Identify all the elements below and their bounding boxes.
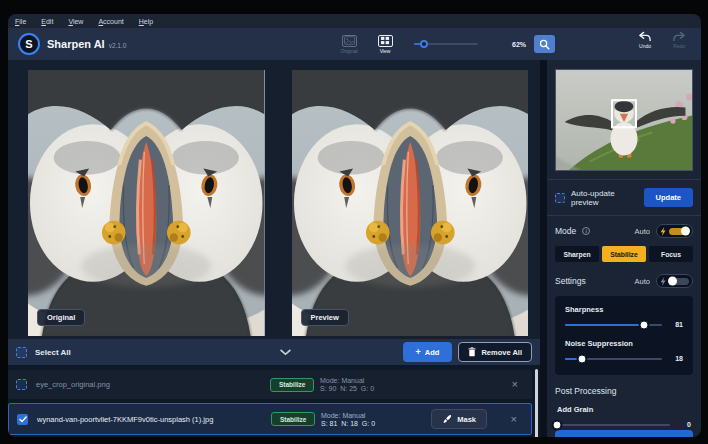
title-wrap: Sharpen AI v2.1.0 bbox=[47, 38, 126, 50]
magnifier-icon bbox=[539, 39, 550, 50]
comparison-viewer: Original Preview bbox=[8, 60, 540, 336]
split-view-label: View bbox=[380, 48, 391, 54]
row-mode: Mode: Manual bbox=[320, 377, 374, 384]
preview-puffin-image bbox=[292, 70, 529, 336]
mask-button[interactable]: Mask bbox=[431, 409, 487, 429]
row-checkbox[interactable] bbox=[16, 379, 27, 390]
menu-account[interactable]: Account bbox=[98, 18, 123, 25]
remove-all-button[interactable]: Remove All bbox=[458, 342, 532, 362]
trash-icon bbox=[468, 347, 476, 357]
table-row-selected[interactable]: wynand-van-poortvliet-7KKMF9v0tic-unspla… bbox=[8, 403, 532, 435]
redo-icon bbox=[672, 31, 686, 42]
update-button[interactable]: Update bbox=[644, 188, 693, 207]
noise-suppression-value: 18 bbox=[670, 355, 683, 362]
select-all-checkbox[interactable] bbox=[16, 347, 27, 358]
auto-update-label: Auto-update preview bbox=[571, 189, 638, 207]
view-toolbar: Original View 62% bbox=[336, 28, 555, 60]
slider-handle[interactable] bbox=[639, 320, 648, 329]
post-processing-label: Post Processing bbox=[555, 386, 693, 396]
plus-icon: + bbox=[416, 348, 421, 357]
undo-button[interactable]: Undo bbox=[633, 31, 657, 49]
file-queue-list: eye_crop_original.png Stabilize Mode: Ma… bbox=[8, 365, 540, 437]
collapse-queue-button[interactable] bbox=[280, 349, 291, 356]
add-grain-slider[interactable] bbox=[557, 424, 670, 426]
select-all-label: Select All bbox=[35, 348, 71, 357]
menu-help[interactable]: Help bbox=[139, 18, 153, 25]
toggle-knob bbox=[668, 277, 677, 286]
lightning-icon bbox=[660, 277, 666, 286]
preview-image-panel[interactable]: Preview bbox=[292, 70, 529, 336]
row-meta: Mode: Manual S: 81 N: 18 G: 0 bbox=[321, 412, 375, 427]
zoom-slider-handle[interactable] bbox=[420, 40, 428, 48]
sharpness-slider[interactable] bbox=[565, 324, 662, 326]
original-view-button[interactable]: Original bbox=[336, 35, 362, 54]
toggle-track bbox=[669, 278, 689, 285]
split-view-button[interactable]: View bbox=[372, 35, 398, 54]
sharpness-slider-row: 81 bbox=[565, 321, 683, 328]
content-area: Original Preview Select All + Add bbox=[8, 60, 701, 437]
tab-stabilize[interactable]: Stabilize bbox=[602, 246, 646, 262]
menu-edit[interactable]: Edit bbox=[41, 18, 53, 25]
status-badge: Stabilize bbox=[270, 378, 314, 392]
app-title: Sharpen AI bbox=[47, 38, 105, 50]
row-stats: S: 81 N: 18 G: 0 bbox=[321, 420, 375, 427]
sharpness-label: Sharpness bbox=[565, 305, 683, 314]
queue-scrollbar[interactable] bbox=[535, 369, 538, 437]
settings-sidebar: Auto-update preview Update Mode i Auto S… bbox=[547, 60, 701, 437]
original-badge: Original bbox=[37, 309, 85, 326]
auto-update-checkbox[interactable] bbox=[555, 193, 565, 203]
queue-buttons: + Add Remove All bbox=[403, 342, 532, 362]
mode-auto-label: Auto bbox=[635, 227, 650, 236]
row-checkbox-checked[interactable] bbox=[17, 414, 28, 425]
undo-icon bbox=[638, 31, 652, 42]
close-icon[interactable]: × bbox=[512, 379, 518, 390]
add-button-label: Add bbox=[425, 348, 440, 357]
queue-toolbar: Select All + Add Remove All bbox=[8, 339, 540, 365]
brush-icon bbox=[442, 414, 452, 424]
redo-button[interactable]: Redo bbox=[667, 31, 691, 49]
preview-badge: Preview bbox=[301, 309, 349, 326]
divider bbox=[547, 215, 701, 216]
app-version: v2.1.0 bbox=[109, 42, 127, 49]
menu-bar: File Edit View Account Help bbox=[8, 14, 701, 28]
status-badge: Stabilize bbox=[271, 412, 315, 426]
zoom-tool-button[interactable] bbox=[534, 35, 555, 53]
file-name: eye_crop_original.png bbox=[36, 380, 110, 389]
add-button[interactable]: + Add bbox=[403, 342, 453, 362]
slider-handle[interactable] bbox=[578, 354, 587, 363]
settings-auto-label: Auto bbox=[635, 277, 650, 286]
settings-auto-toggle[interactable] bbox=[656, 274, 693, 288]
settings-row: Settings Auto bbox=[555, 274, 693, 288]
app-logo: S bbox=[18, 33, 40, 55]
toggle-track bbox=[669, 228, 689, 235]
slider-handle[interactable] bbox=[553, 420, 562, 429]
mode-tabs: Sharpen Stabilize Focus bbox=[555, 246, 693, 262]
remove-all-label: Remove All bbox=[481, 348, 522, 357]
original-image-panel[interactable]: Original bbox=[28, 70, 265, 336]
table-row[interactable]: eye_crop_original.png Stabilize Mode: Ma… bbox=[8, 370, 532, 399]
save-image-button[interactable]: Save Image bbox=[555, 430, 693, 437]
noise-suppression-slider[interactable] bbox=[565, 358, 662, 360]
info-icon[interactable]: i bbox=[582, 227, 590, 235]
menu-file[interactable]: File bbox=[15, 18, 26, 25]
undo-label: Undo bbox=[639, 43, 651, 49]
add-grain-section: Add Grain 0 bbox=[555, 405, 693, 430]
slider-fill bbox=[565, 324, 644, 326]
add-grain-value: 0 bbox=[678, 421, 691, 428]
chevron-down-icon bbox=[280, 349, 291, 356]
close-icon[interactable]: × bbox=[511, 414, 517, 425]
tab-sharpen[interactable]: Sharpen bbox=[555, 246, 599, 262]
main-area: Original Preview Select All + Add bbox=[8, 60, 540, 437]
row-mode: Mode: Manual bbox=[321, 412, 375, 419]
app-window: File Edit View Account Help S Sharpen AI… bbox=[8, 14, 701, 437]
mode-auto-toggle[interactable] bbox=[656, 224, 693, 238]
tab-focus[interactable]: Focus bbox=[649, 246, 693, 262]
add-grain-label: Add Grain bbox=[557, 405, 691, 414]
zoom-slider[interactable] bbox=[414, 43, 478, 45]
noise-slider-row: 18 bbox=[565, 355, 683, 362]
navigator-thumbnail[interactable] bbox=[555, 69, 693, 171]
sliders-panel: Sharpness 81 Noise Suppression 18 bbox=[555, 296, 693, 375]
navigator-puffin-image bbox=[556, 70, 692, 170]
menu-view[interactable]: View bbox=[68, 18, 83, 25]
mode-label: Mode bbox=[555, 226, 576, 236]
